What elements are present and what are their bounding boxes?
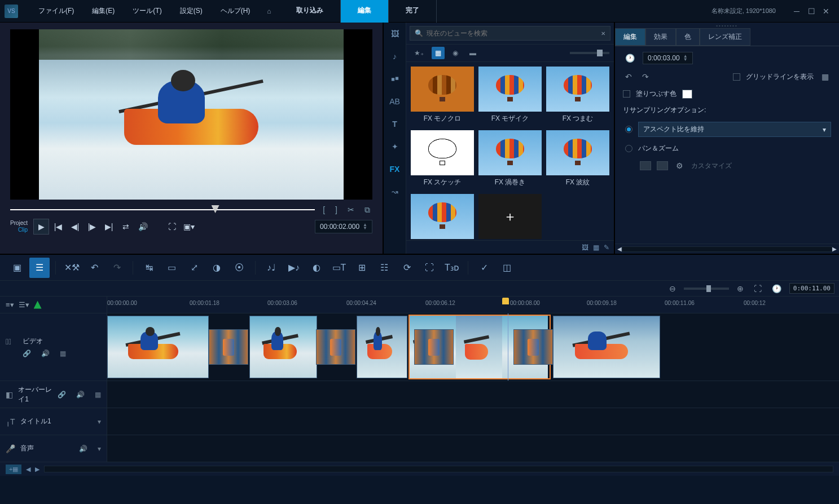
timeline-footer-tool[interactable]: +▦ <box>6 465 21 474</box>
stabilize-button[interactable]: ⛶ <box>419 258 440 278</box>
mark-out-button[interactable]: ] <box>333 205 340 214</box>
multi-view-button[interactable]: ⊞ <box>352 258 372 278</box>
timeline-clip[interactable] <box>107 316 209 378</box>
track-body-title1[interactable] <box>107 408 839 435</box>
track-link-button[interactable]: 🔗 <box>58 391 66 399</box>
undo-button[interactable]: ↶ <box>84 258 104 278</box>
menu-settings[interactable]: 設定(S) <box>171 2 212 20</box>
lib-cat-media[interactable]: 🖼 <box>384 23 406 45</box>
lib-cat-transition[interactable] <box>384 68 406 90</box>
track-height-button[interactable]: ☰▾ <box>19 300 29 309</box>
chapter-marker[interactable] <box>502 298 509 304</box>
fx-item-swirl[interactable]: FX 渦巻き <box>478 130 542 189</box>
lib-view-gallery[interactable]: ▦ <box>432 47 445 59</box>
prev-frame-button[interactable]: ◀| <box>67 219 83 235</box>
lib-footer-grid-button[interactable]: ▦ <box>593 244 599 251</box>
lib-footer-edit-button[interactable]: ✎ <box>604 244 609 251</box>
snapshot-button[interactable]: ⧉ <box>362 205 372 215</box>
track-mute-button[interactable]: 🔊 <box>76 391 85 399</box>
record-button[interactable]: ⦿ <box>229 258 249 278</box>
library-search-input[interactable] <box>427 29 598 37</box>
fx-item-add[interactable]: ＋ <box>478 194 542 240</box>
repeat-button[interactable]: ⇄ <box>118 219 134 235</box>
mode-tab-share[interactable]: 完了 <box>389 0 437 23</box>
track-body-voice[interactable] <box>107 435 839 462</box>
track-mute-button[interactable]: 🔊 <box>79 445 87 453</box>
volume-button[interactable]: 🔊 <box>135 219 151 235</box>
lib-cat-filter[interactable]: FX <box>384 158 406 180</box>
enlarge-button[interactable]: ⛶ <box>164 219 180 235</box>
rotate-right-button[interactable]: ↷ <box>640 71 651 82</box>
panel-resize-grip[interactable]: •••••••• <box>615 23 839 28</box>
lib-cat-path[interactable]: ↝ <box>384 180 406 203</box>
timeline-duration[interactable]: 0:00:11.00 <box>789 283 834 294</box>
track-expand-button[interactable]: ▾ <box>98 418 101 426</box>
timeline-clip[interactable] <box>249 316 317 378</box>
minimize-button[interactable]: ─ <box>793 7 801 15</box>
opt-tab-color[interactable]: 色 <box>676 28 700 46</box>
subtitle-button[interactable]: ▭T <box>329 258 349 278</box>
tools-button[interactable]: ✕⚒ <box>62 258 82 278</box>
home-button[interactable]: ⌂ <box>259 3 279 20</box>
close-button[interactable]: ✕ <box>822 7 830 15</box>
motion-track-button[interactable]: ☷ <box>374 258 394 278</box>
go-start-button[interactable]: |◀ <box>50 219 66 235</box>
3d-title-button[interactable]: T₃ᴅ <box>442 258 462 278</box>
painting-button[interactable]: ✓ <box>474 258 494 278</box>
options-scrollbar[interactable]: ◀ ▶ <box>615 244 839 254</box>
timeline-transition[interactable] <box>414 329 454 365</box>
menu-tools[interactable]: ツール(T) <box>124 2 170 20</box>
opt-tab-edit[interactable]: 編集 <box>615 28 645 46</box>
track-lock-button[interactable]: ▦ <box>60 350 66 357</box>
track-body-overlay1[interactable] <box>107 381 839 408</box>
pan-zoom-button[interactable]: ⤢ <box>184 258 204 278</box>
timeline-scroll-left[interactable]: ◀ <box>26 466 30 473</box>
preview-timecode[interactable]: 00:00:02.000 ▲▼ <box>315 220 372 233</box>
lib-cat-title[interactable]: AB <box>384 90 406 113</box>
track-list-menu-button[interactable]: ≡▾ <box>6 300 14 309</box>
grid-settings-button[interactable]: ▦ <box>819 71 831 82</box>
mode-tab-edit[interactable]: 編集 <box>341 0 389 23</box>
chroma-button[interactable]: ◐ <box>306 258 327 278</box>
track-lock-button[interactable]: ▦ <box>95 391 101 399</box>
duration-field[interactable]: 0:00:03.00 ▲▼ <box>643 52 693 64</box>
lib-cat-overlay[interactable]: ✦ <box>384 135 406 158</box>
transport-mode-labels[interactable]: Project Clip <box>10 220 32 233</box>
timecode-spinner-icon[interactable]: ▲▼ <box>363 223 367 230</box>
lib-view-target[interactable]: ◉ <box>449 47 462 59</box>
menu-edit[interactable]: 編集(E) <box>83 2 124 20</box>
track-mute-button[interactable]: 🔊 <box>41 350 50 357</box>
lock-aspect-button[interactable]: ▣▾ <box>181 219 197 235</box>
fx-item-monochrome[interactable]: FX モノクロ <box>411 67 474 126</box>
preview-screen[interactable] <box>10 29 372 200</box>
timeline-clip[interactable] <box>553 316 660 378</box>
playhead[interactable] <box>508 313 508 381</box>
lib-favorite-button[interactable]: ★₊ <box>411 47 427 59</box>
maximize-button[interactable]: ☐ <box>807 7 815 15</box>
resampling-select[interactable]: アスペクト比を維持 ▾ <box>638 122 831 137</box>
clear-search-button[interactable]: ✕ <box>601 30 605 37</box>
track-body-video[interactable] <box>107 313 839 381</box>
fx-item-pinch[interactable]: FX つまむ <box>546 67 609 126</box>
fx-item-expand[interactable]: FX 膨張 <box>411 194 474 240</box>
timeline-transition[interactable] <box>316 329 355 365</box>
zoom-slider[interactable] <box>684 288 729 290</box>
fx-item-mosaic[interactable]: FX モザイク <box>478 67 542 126</box>
time-remap-button[interactable]: ⟳ <box>397 258 417 278</box>
lib-cat-sound[interactable]: ♪ <box>384 45 406 68</box>
timeline-view-button[interactable]: ☰ <box>29 258 50 278</box>
auto-music-button[interactable]: ▶♪ <box>284 258 304 278</box>
zoom-in-button[interactable]: ⊕ <box>735 283 746 294</box>
lib-footer-thumb-button[interactable]: 🖼 <box>582 244 588 251</box>
timeline-transition[interactable] <box>513 329 553 365</box>
split-screen-button[interactable]: ◫ <box>497 258 517 278</box>
timeline-ruler[interactable]: 00:00:00.00 00:00:01.18 00:00:03.06 00:0… <box>107 297 839 313</box>
lib-view-list[interactable]: ▬ <box>466 47 480 59</box>
pan-zoom-radio[interactable] <box>625 145 632 152</box>
track-link-button[interactable]: 🔗 <box>23 350 31 357</box>
timeline-scroll-right[interactable]: ▶ <box>35 466 39 473</box>
keep-aspect-radio[interactable] <box>625 126 632 133</box>
audio-mixer-button[interactable]: ♪♩ <box>261 258 282 278</box>
timeline-transition[interactable] <box>209 329 248 365</box>
timeline-scrollbar[interactable] <box>44 466 833 472</box>
